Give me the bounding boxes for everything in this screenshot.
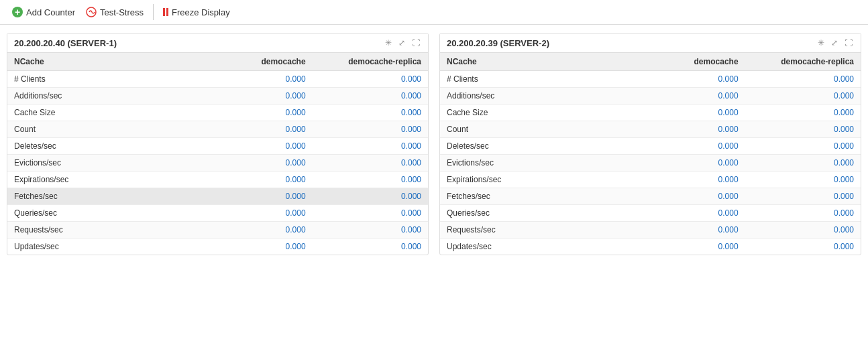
table-row: Count0.0000.000 bbox=[440, 121, 861, 138]
server-panel-1: 20.200.20.40 (SERVER-1)✳⤢⛶NCachedemocach… bbox=[7, 33, 429, 255]
row-val1-1-4: 0.000 bbox=[197, 138, 312, 155]
table-row: Evictions/sec0.0000.000 bbox=[440, 155, 861, 172]
row-val2-2-6: 0.000 bbox=[745, 172, 861, 188]
freeze-icon bbox=[163, 8, 168, 16]
row-val2-2-4: 0.000 bbox=[745, 138, 861, 155]
add-counter-button[interactable]: + Add Counter bbox=[7, 4, 80, 20]
row-name-1-6: Expirations/sec bbox=[7, 172, 197, 188]
row-name-2-1: Additions/sec bbox=[440, 88, 629, 105]
row-name-2-5: Evictions/sec bbox=[440, 155, 629, 172]
row-name-2-7: Fetches/sec bbox=[440, 188, 629, 205]
row-val1-2-8: 0.000 bbox=[629, 205, 745, 222]
table-row: Additions/sec0.0000.000 bbox=[7, 88, 428, 105]
table-row: # Clients0.0000.000 bbox=[7, 71, 428, 88]
row-val2-2-7: 0.000 bbox=[745, 188, 861, 205]
row-val1-1-8: 0.000 bbox=[197, 205, 312, 222]
row-val2-2-0: 0.000 bbox=[745, 71, 861, 88]
row-val2-1-1: 0.000 bbox=[313, 88, 428, 105]
col-header-2-1: democache bbox=[629, 53, 745, 71]
row-name-2-4: Deletes/sec bbox=[440, 138, 629, 155]
fullscreen-icon[interactable]: ⛶ bbox=[843, 38, 854, 48]
row-val1-1-0: 0.000 bbox=[197, 71, 312, 88]
panel-icons-2: ✳⤢⛶ bbox=[816, 38, 854, 48]
test-stress-label: Test-Stress bbox=[100, 7, 144, 17]
row-val1-1-5: 0.000 bbox=[197, 155, 312, 172]
test-stress-button[interactable]: Test-Stress bbox=[80, 4, 149, 20]
table-row: Additions/sec0.0000.000 bbox=[440, 88, 861, 105]
expand-icon[interactable]: ⤢ bbox=[397, 38, 406, 48]
freeze-display-label: Freeze Display bbox=[172, 7, 230, 17]
row-name-1-3: Count bbox=[7, 121, 197, 138]
row-val1-2-7: 0.000 bbox=[629, 188, 745, 205]
row-val1-2-3: 0.000 bbox=[629, 121, 745, 138]
table-row: Updates/sec0.0000.000 bbox=[440, 239, 861, 255]
freeze-display-button[interactable]: Freeze Display bbox=[158, 5, 235, 20]
row-name-1-0: # Clients bbox=[7, 71, 197, 88]
table-row: Updates/sec0.0000.000 bbox=[7, 239, 428, 255]
panel-header-2: 20.200.20.39 (SERVER-2)✳⤢⛶ bbox=[440, 33, 861, 53]
table-row: Cache Size0.0000.000 bbox=[7, 105, 428, 121]
row-val2-1-5: 0.000 bbox=[313, 155, 428, 172]
row-name-2-0: # Clients bbox=[440, 71, 629, 88]
row-val2-1-8: 0.000 bbox=[313, 205, 428, 222]
stress-icon bbox=[86, 7, 97, 17]
expand-icon[interactable]: ⤢ bbox=[830, 38, 839, 48]
table-row: # Clients0.0000.000 bbox=[440, 71, 861, 88]
col-header-1-2: democache-replica bbox=[313, 53, 428, 71]
table-row: Expirations/sec0.0000.000 bbox=[7, 172, 428, 188]
row-val2-2-1: 0.000 bbox=[745, 88, 861, 105]
row-val1-2-4: 0.000 bbox=[629, 138, 745, 155]
row-val1-1-10: 0.000 bbox=[197, 239, 312, 255]
server-panel-2: 20.200.20.39 (SERVER-2)✳⤢⛶NCachedemocach… bbox=[439, 33, 861, 255]
row-val2-1-10: 0.000 bbox=[313, 239, 428, 255]
row-name-2-2: Cache Size bbox=[440, 105, 629, 121]
data-table-1: NCachedemocachedemocache-replica# Client… bbox=[7, 53, 428, 255]
row-val2-1-9: 0.000 bbox=[313, 222, 428, 239]
row-val1-2-5: 0.000 bbox=[629, 155, 745, 172]
table-row: Count0.0000.000 bbox=[7, 121, 428, 138]
row-val1-2-10: 0.000 bbox=[629, 239, 745, 255]
table-row: Requests/sec0.0000.000 bbox=[440, 222, 861, 239]
asterisk-icon[interactable]: ✳ bbox=[816, 38, 826, 48]
row-name-2-8: Queries/sec bbox=[440, 205, 629, 222]
row-name-1-7: Fetches/sec bbox=[7, 188, 197, 205]
row-name-1-9: Requests/sec bbox=[7, 222, 197, 239]
row-val2-2-9: 0.000 bbox=[745, 222, 861, 239]
table-row: Expirations/sec0.0000.000 bbox=[440, 172, 861, 188]
row-val2-2-10: 0.000 bbox=[745, 239, 861, 255]
table-row: Evictions/sec0.0000.000 bbox=[7, 155, 428, 172]
row-val2-1-0: 0.000 bbox=[313, 71, 428, 88]
row-val2-1-7: 0.000 bbox=[313, 188, 428, 205]
fullscreen-icon[interactable]: ⛶ bbox=[411, 38, 421, 48]
row-val1-2-9: 0.000 bbox=[629, 222, 745, 239]
col-header-2-0: NCache bbox=[440, 53, 629, 71]
row-val1-1-6: 0.000 bbox=[197, 172, 312, 188]
row-val1-2-2: 0.000 bbox=[629, 105, 745, 121]
row-val1-1-3: 0.000 bbox=[197, 121, 312, 138]
row-name-1-4: Deletes/sec bbox=[7, 138, 197, 155]
table-row: Fetches/sec0.0000.000 bbox=[7, 188, 428, 205]
col-header-2-2: democache-replica bbox=[745, 53, 861, 71]
panel-title-2: 20.200.20.39 (SERVER-2) bbox=[447, 38, 549, 48]
row-val2-1-3: 0.000 bbox=[313, 121, 428, 138]
row-name-1-8: Queries/sec bbox=[7, 205, 197, 222]
row-val2-1-6: 0.000 bbox=[313, 172, 428, 188]
col-header-1-1: democache bbox=[197, 53, 312, 71]
col-header-1-0: NCache bbox=[7, 53, 197, 71]
asterisk-icon[interactable]: ✳ bbox=[384, 38, 393, 48]
add-icon: + bbox=[12, 7, 23, 17]
main-content: 20.200.20.40 (SERVER-1)✳⤢⛶NCachedemocach… bbox=[0, 25, 868, 263]
table-row: Queries/sec0.0000.000 bbox=[440, 205, 861, 222]
table-row: Deletes/sec0.0000.000 bbox=[440, 138, 861, 155]
row-name-2-10: Updates/sec bbox=[440, 239, 629, 255]
toolbar: + Add Counter Test-Stress Freeze Display bbox=[0, 0, 868, 25]
row-val2-2-5: 0.000 bbox=[745, 155, 861, 172]
row-val2-1-4: 0.000 bbox=[313, 138, 428, 155]
table-row: Deletes/sec0.0000.000 bbox=[7, 138, 428, 155]
row-name-2-6: Expirations/sec bbox=[440, 172, 629, 188]
table-row: Queries/sec0.0000.000 bbox=[7, 205, 428, 222]
row-val2-2-8: 0.000 bbox=[745, 205, 861, 222]
row-val1-2-0: 0.000 bbox=[629, 71, 745, 88]
panel-icons-1: ✳⤢⛶ bbox=[384, 38, 421, 48]
row-name-1-5: Evictions/sec bbox=[7, 155, 197, 172]
